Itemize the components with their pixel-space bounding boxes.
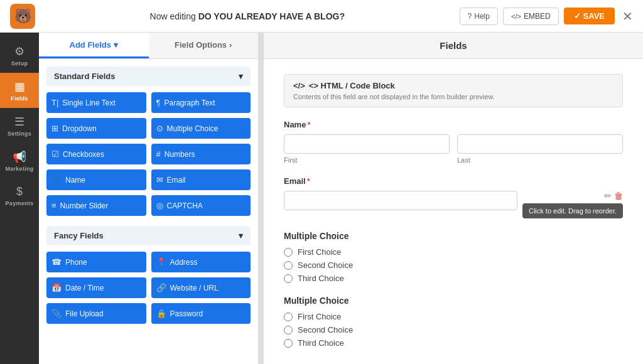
mc2-radio-3[interactable] bbox=[284, 339, 293, 348]
numbers-button[interactable]: # Numbers bbox=[151, 144, 251, 164]
name-label: Name bbox=[65, 176, 85, 185]
address-button[interactable]: 📍 Address bbox=[151, 252, 251, 272]
tab-field-options[interactable]: Field Options › bbox=[149, 33, 259, 58]
standard-fields-header[interactable]: Standard Fields ▾ bbox=[46, 67, 251, 86]
checkboxes-button[interactable]: ☑ Checkboxes bbox=[46, 144, 146, 164]
lock-icon: 🔒 bbox=[156, 309, 166, 318]
form-preview: Fields </> <> HTML / Code Block Contents… bbox=[264, 33, 643, 364]
tab-add-fields[interactable]: Add Fields ▾ bbox=[39, 33, 149, 58]
fields-panel-body: Standard Fields ▾ T| Single Line Text ¶ … bbox=[39, 59, 258, 364]
logo: 🐻 bbox=[10, 4, 35, 29]
form-title: DO YOU ALREADY HAVE A BLOG? bbox=[198, 11, 345, 21]
sidebar-item-settings[interactable]: ☰ Settings bbox=[0, 108, 39, 143]
marketing-icon: 📢 bbox=[13, 150, 26, 164]
save-button[interactable]: ✓ SAVE bbox=[564, 8, 615, 24]
last-name-input[interactable] bbox=[457, 134, 623, 154]
help-label: Help bbox=[474, 12, 490, 21]
mc1-label-3: Third Choice bbox=[298, 274, 344, 283]
paragraph-icon: ¶ bbox=[156, 98, 161, 107]
payments-label: Payments bbox=[6, 200, 34, 206]
html-block-desc: Contents of this field are not displayed… bbox=[293, 93, 613, 100]
email-button[interactable]: ✉ Email bbox=[151, 169, 251, 190]
phone-label: Phone bbox=[65, 258, 87, 267]
collapse-icon: ▾ bbox=[239, 72, 243, 81]
code-icon: </> bbox=[511, 13, 521, 20]
date-time-button[interactable]: 📅 Date / Time bbox=[46, 277, 146, 298]
name-field: Name* First Last bbox=[284, 120, 623, 164]
embed-button[interactable]: </> EMBED bbox=[503, 8, 559, 25]
name-icon: 👤 bbox=[51, 175, 62, 185]
phone-icon: ☎ bbox=[51, 257, 62, 267]
multiple-choice-icon: ⊙ bbox=[156, 124, 163, 133]
fancy-fields-grid: ☎ Phone 📍 Address 📅 Date / Time 🔗 Websit… bbox=[46, 252, 251, 324]
email-actions: ✏ 🗑 Click to edit. Drag to reorder. bbox=[522, 191, 623, 218]
single-line-icon: T| bbox=[51, 98, 58, 107]
website-url-button[interactable]: 🔗 Website / URL bbox=[151, 277, 251, 298]
mc2-label-1: First Choice bbox=[298, 312, 341, 321]
email-input-wrap bbox=[284, 191, 517, 210]
single-line-text-button[interactable]: T| Single Line Text bbox=[46, 92, 146, 113]
date-icon: 📅 bbox=[51, 283, 62, 292]
sidebar-item-marketing[interactable]: 📢 Marketing bbox=[0, 143, 39, 178]
edit-field-button[interactable]: ✏ bbox=[604, 191, 612, 201]
name-field-label: Name* bbox=[284, 120, 623, 129]
mc1-label-1: First Choice bbox=[298, 247, 341, 257]
field-action-buttons: ✏ 🗑 bbox=[604, 191, 623, 201]
numbers-label: Numbers bbox=[165, 150, 195, 159]
drag-tooltip: Click to edit. Drag to reorder. bbox=[522, 203, 623, 218]
slider-icon: ≡ bbox=[51, 201, 57, 210]
last-label: Last bbox=[457, 156, 623, 164]
mc1-title: Multiple Choice bbox=[284, 231, 623, 241]
mc1-radio-3[interactable] bbox=[284, 274, 293, 283]
first-name-input[interactable] bbox=[284, 134, 450, 154]
add-fields-label: Add Fields bbox=[70, 40, 111, 50]
fancy-fields-header[interactable]: Fancy Fields ▾ bbox=[46, 226, 251, 245]
email-input[interactable] bbox=[284, 191, 517, 210]
password-button[interactable]: 🔒 Password bbox=[151, 303, 251, 324]
address-label: Address bbox=[170, 258, 198, 267]
close-icon: ✕ bbox=[622, 9, 633, 23]
single-line-label: Single Line Text bbox=[62, 99, 116, 107]
delete-field-button[interactable]: 🗑 bbox=[614, 191, 623, 201]
sidebar-item-payments[interactable]: $ Payments bbox=[0, 178, 39, 213]
mc2-label-3: Third Choice bbox=[298, 338, 344, 348]
captcha-button[interactable]: ◎ CAPTCHA bbox=[151, 195, 251, 216]
email-icon: ✉ bbox=[156, 175, 163, 185]
name-button[interactable]: 👤 Name bbox=[46, 169, 146, 190]
checkboxes-icon: ☑ bbox=[51, 149, 59, 159]
mc1-radio-2[interactable] bbox=[284, 261, 293, 270]
paragraph-text-button[interactable]: ¶ Paragraph Text bbox=[151, 92, 251, 113]
mc2-radio-2[interactable] bbox=[284, 326, 293, 335]
close-button[interactable]: ✕ bbox=[622, 9, 633, 24]
mc1-radio-1[interactable] bbox=[284, 248, 293, 257]
sidebar-item-fields[interactable]: ▦ Fields bbox=[0, 73, 39, 108]
marketing-label: Marketing bbox=[5, 166, 33, 172]
payments-icon: $ bbox=[16, 185, 23, 198]
address-icon: 📍 bbox=[156, 257, 166, 267]
panel-tabs: Add Fields ▾ Field Options › bbox=[39, 33, 258, 59]
file-upload-button[interactable]: 📎 File Upload bbox=[46, 303, 146, 324]
html-block-name: <> HTML / Code Block bbox=[309, 81, 395, 90]
help-button[interactable]: ? Help bbox=[460, 8, 498, 25]
chevron-down-icon: ▾ bbox=[114, 40, 118, 50]
date-label: Date / Time bbox=[65, 284, 104, 292]
mc2-radio-1[interactable] bbox=[284, 313, 293, 321]
mc2-title: Multiple Choice bbox=[284, 296, 623, 306]
form-card: </> <> HTML / Code Block Contents of thi… bbox=[264, 59, 643, 364]
sidebar-item-setup[interactable]: ⚙ Setup bbox=[0, 38, 39, 73]
number-slider-button[interactable]: ≡ Number Slider bbox=[46, 195, 146, 216]
multiple-choice-2: Multiple Choice First Choice Second Choi… bbox=[284, 296, 623, 348]
first-label: First bbox=[284, 156, 450, 164]
email-field-label: Email* bbox=[284, 176, 623, 186]
dropdown-icon: ⊞ bbox=[51, 124, 58, 133]
setup-label: Setup bbox=[11, 60, 28, 67]
fancy-fields-title: Fancy Fields bbox=[54, 231, 104, 240]
multiple-choice-button[interactable]: ⊙ Multiple Choice bbox=[151, 118, 251, 139]
checkmark-icon: ✓ bbox=[574, 11, 581, 21]
fields-label: Fields bbox=[11, 95, 28, 102]
captcha-icon: ◎ bbox=[156, 201, 163, 210]
phone-button[interactable]: ☎ Phone bbox=[46, 252, 146, 272]
dropdown-button[interactable]: ⊞ Dropdown bbox=[46, 118, 146, 139]
editing-title: Now editing DO YOU ALREADY HAVE A BLOG? bbox=[35, 11, 460, 21]
email-row: ✏ 🗑 Click to edit. Drag to reorder. bbox=[284, 191, 623, 218]
